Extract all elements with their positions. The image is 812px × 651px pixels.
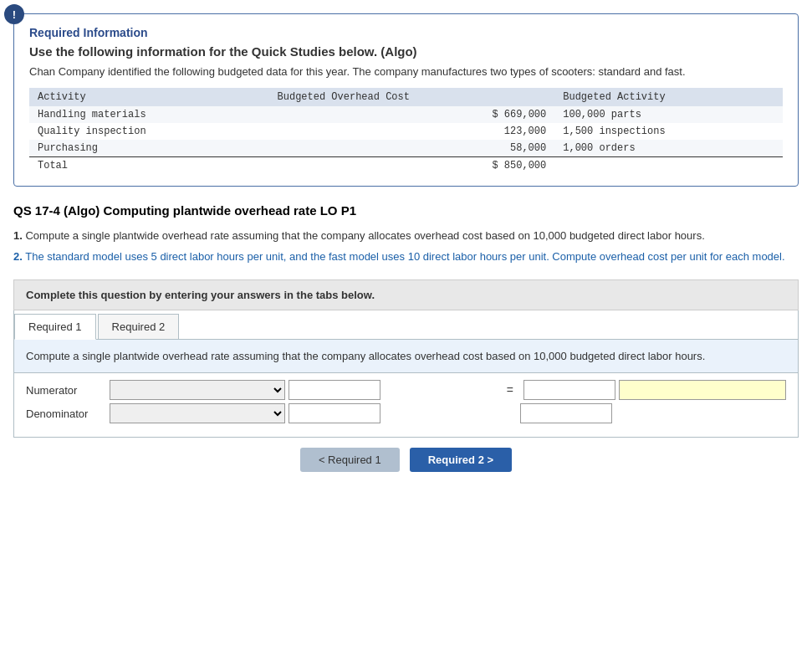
numerator-label: Numerator — [26, 384, 110, 397]
info-description: Chan Company identified the following bu… — [29, 65, 783, 78]
tab-required1[interactable]: Required 1 — [14, 314, 96, 340]
info-box: ! Required Information Use the following… — [13, 13, 799, 187]
tab-content-text: Compute a single plantwide overhead rate… — [26, 350, 705, 362]
info-title: Required Information — [29, 26, 783, 39]
activity-table: Activity Budgeted Overhead Cost Budgeted… — [29, 88, 783, 174]
col-budgeted-overhead: Budgeted Overhead Cost — [269, 88, 555, 106]
tabs-header: Required 1 Required 2 — [14, 310, 798, 340]
denominator-label: Denominator — [26, 408, 110, 420]
col-activity: Activity — [29, 88, 269, 106]
total-row: Total $ 850,000 — [29, 157, 783, 175]
question-1: 1. Compute a single plantwide overhead r… — [13, 228, 799, 245]
numerator-inputs — [110, 380, 500, 400]
activity-name: Quality inspection — [29, 123, 269, 140]
equal-sign: = — [507, 383, 513, 397]
answer-form: Numerator = Denominator = — [14, 373, 798, 437]
numerator-select[interactable] — [110, 380, 285, 400]
overhead-cost: 123,000 — [269, 123, 555, 140]
budgeted-activity: 1,000 orders — [554, 140, 783, 157]
tab-content-req1: Compute a single plantwide overhead rate… — [14, 340, 798, 374]
question-title: QS 17-4 (Algo) Computing plantwide overh… — [13, 203, 799, 218]
complete-text: Complete this question by entering your … — [26, 289, 375, 301]
table-row: Handling materials $ 669,000 100,000 par… — [29, 106, 783, 123]
question-2: 2. The standard model uses 5 direct labo… — [13, 249, 799, 266]
table-row: Purchasing 58,000 1,000 orders — [29, 140, 783, 157]
tab-required2[interactable]: Required 2 — [98, 314, 180, 339]
denominator-row: Denominator = — [26, 403, 786, 423]
activity-name: Purchasing — [29, 140, 269, 157]
nav-buttons: < Required 1 Required 2 > — [13, 438, 799, 475]
q1-text: Compute a single plantwide overhead rate… — [25, 229, 704, 242]
numerator-row: Numerator = — [26, 380, 786, 400]
numerator-final-input[interactable] — [619, 380, 786, 400]
denominator-result-input[interactable] — [520, 403, 612, 423]
table-row: Quality inspection 123,000 1,500 inspect… — [29, 123, 783, 140]
total-label: Total — [29, 157, 269, 175]
info-icon: ! — [4, 4, 24, 24]
q2-text: The standard model uses 5 direct labor h… — [25, 250, 784, 263]
question-body: 1. Compute a single plantwide overhead r… — [13, 228, 799, 266]
denominator-inputs — [110, 403, 497, 423]
activity-name: Handling materials — [29, 106, 269, 123]
denominator-select[interactable] — [110, 403, 285, 423]
numerator-text-input[interactable] — [289, 380, 380, 400]
budgeted-activity: 100,000 parts — [554, 106, 783, 123]
next-button[interactable]: Required 2 > — [410, 448, 512, 472]
tabs-wrapper: Required 1 Required 2 Compute a single p… — [13, 310, 799, 438]
overhead-cost: $ 669,000 — [269, 106, 555, 123]
prev-button[interactable]: < Required 1 — [300, 448, 400, 472]
total-cost: $ 850,000 — [269, 157, 555, 175]
info-heading: Use the following information for the Qu… — [29, 44, 783, 59]
denominator-text-input[interactable] — [289, 403, 380, 423]
complete-box: Complete this question by entering your … — [13, 279, 799, 310]
q2-num: 2. — [13, 250, 23, 263]
total-activity — [554, 157, 783, 175]
overhead-cost: 58,000 — [269, 140, 555, 157]
col-budgeted-activity: Budgeted Activity — [554, 88, 783, 106]
numerator-result-input[interactable] — [523, 380, 615, 400]
q1-num: 1. — [13, 229, 23, 242]
budgeted-activity: 1,500 inspections — [554, 123, 783, 140]
